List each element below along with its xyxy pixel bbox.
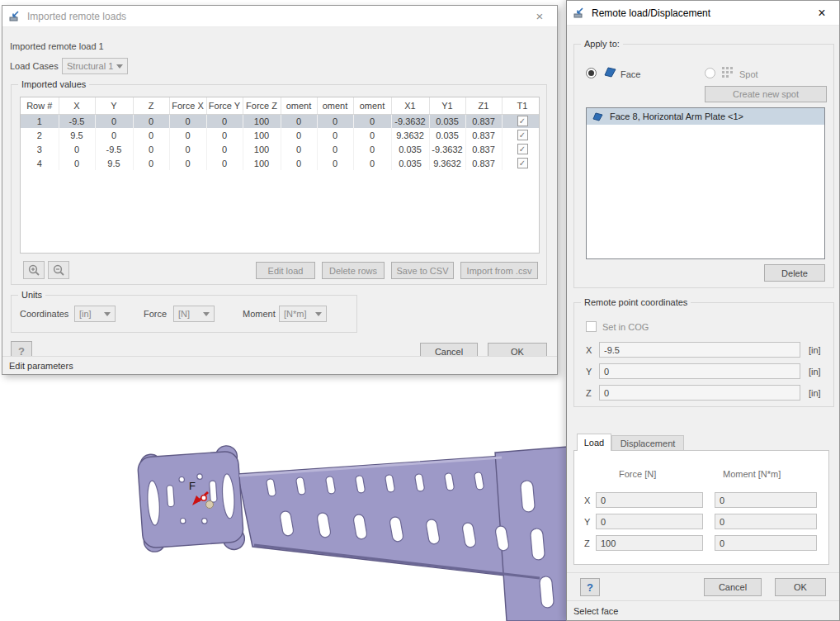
cell: 0.837 [465,128,502,142]
chevron-down-icon [203,312,210,320]
face-radio[interactable] [586,68,597,78]
cell: 0 [281,156,317,170]
import-from-csv-button[interactable]: Import from .csv [460,262,538,279]
help-button[interactable]: ? [580,578,600,596]
remote-point-coordinates-group: Remote point coordinates Set in COG X -9… [573,302,834,407]
cell: 0.035 [391,156,429,170]
y-coordinate-field[interactable]: 0 [599,363,800,379]
cell: 100 [243,142,281,156]
column-header[interactable]: oment [353,97,391,114]
cell: 0.837 [465,114,502,128]
list-item[interactable]: Face 8, Horizontal Arm Plate <1> [587,108,824,125]
tab-displacement[interactable]: Displacement [611,435,684,451]
load-name-label: Imported remote load 1 [10,41,104,51]
table-row[interactable]: 2 9.5 0 0 0 0 100 0 0 0 9.3632 0.035 0.8… [21,128,540,142]
table-header-row: Row # X Y Z Force X Force Y Force Z omen… [21,97,540,114]
zoom-in-icon [28,264,40,276]
set-in-cog-checkbox[interactable] [586,321,597,332]
cell: 0 [95,128,133,142]
cell: 0 [59,142,95,156]
face-icon [592,111,605,122]
row-checkbox[interactable]: ✓ [517,158,528,168]
cell: 1 [21,114,59,128]
column-header[interactable]: oment [281,97,317,114]
y-axis-label: Y [586,367,592,377]
zoom-out-button[interactable] [48,261,69,279]
cell: 0 [59,156,95,170]
column-header[interactable]: Z [133,97,169,114]
column-header[interactable]: oment [317,97,353,114]
column-header[interactable]: Row # [21,97,59,114]
cell: 0.035 [429,114,465,128]
column-header[interactable]: Z1 [465,97,502,114]
z-coordinate-field[interactable]: 0 [599,385,800,401]
column-header[interactable]: X1 [391,97,429,114]
force-unit-dropdown[interactable]: [N] [173,306,215,322]
spot-radio[interactable] [705,68,715,78]
cell: 0 [206,156,243,170]
column-header[interactable]: Force X [169,97,206,114]
cell: 9.5 [59,128,95,142]
table-row[interactable]: 3 0 -9.5 0 0 0 100 0 0 0 0.035 -9.3632 0… [21,142,540,156]
spot-radio-label: Spot [739,69,758,79]
column-header[interactable]: Y [95,97,133,114]
remote-load-icon [573,7,586,19]
cell: -9.5 [95,142,133,156]
cell: 9.3632 [391,128,429,142]
status-text: Select face [573,606,618,616]
moment-column-header: Moment [N*m] [723,469,781,479]
z-axis-label: Z [584,538,590,548]
chevron-down-icon [116,64,123,72]
column-header[interactable]: Force Y [206,97,243,114]
column-header[interactable]: Force Z [243,97,281,114]
x-coordinate-field[interactable]: -9.5 [599,342,800,358]
x-unit-label: [in] [809,345,821,355]
cell: 0 [317,142,353,156]
cell: 0 [169,128,206,142]
create-new-spot-button[interactable]: Create new spot [705,86,827,102]
row-checkbox[interactable]: ✓ [517,144,528,154]
face-selection-list: Face 8, Horizontal Arm Plate <1> [586,107,825,259]
close-icon[interactable]: × [811,4,833,22]
load-cases-dropdown[interactable]: Structural 1 [62,58,128,74]
remote-load-icon [9,10,21,22]
edit-load-button[interactable]: Edit load [256,262,315,279]
moment-z-field[interactable]: 0 [715,535,817,551]
face-item-label: Face 8, Horizontal Arm Plate <1> [610,111,743,121]
table-row[interactable]: 4 0 9.5 0 0 0 100 0 0 0 0.035 9.3632 0.8… [21,156,540,170]
apply-to-group: Apply to: Face Spot Create new spot Face… [573,44,834,288]
units-group: Units Coordinates [in] Force [N] Moment … [11,295,357,333]
column-header[interactable]: T1 [502,97,540,114]
column-header[interactable]: Y1 [429,97,465,114]
delete-rows-button[interactable]: Delete rows [322,262,385,279]
column-header[interactable]: X [59,97,95,114]
force-y-field[interactable]: 0 [596,514,703,529]
coordinates-unit-dropdown[interactable]: [in] [74,306,116,322]
close-icon[interactable]: × [529,7,550,26]
save-to-csv-button[interactable]: Save to CSV [391,262,454,279]
cell: 0 [353,142,391,156]
imported-loads-titlebar: Imported remote loads × [2,6,557,27]
force-x-field[interactable]: 0 [596,492,703,508]
table-row[interactable]: 1 -9.5 0 0 0 0 100 0 0 0 -9.3632 0.035 0… [21,114,540,128]
moment-y-field[interactable]: 0 [715,514,817,529]
imported-remote-loads-dialog: Imported remote loads × Imported remote … [2,5,558,375]
row-checkbox[interactable]: ✓ [517,130,528,140]
force-z-field[interactable]: 100 [596,535,703,551]
apply-to-group-label: Apply to: [581,39,623,49]
moment-x-field[interactable]: 0 [715,492,817,508]
face-radio-label: Face [621,69,640,79]
tab-load[interactable]: Load [577,434,611,451]
cancel-button[interactable]: Cancel [704,578,762,596]
moment-unit-dropdown[interactable]: [N*m] [279,306,327,322]
zoom-in-button[interactable] [23,261,45,279]
cell: 0 [133,156,169,170]
cell: 100 [243,156,281,170]
y-axis-label: Y [584,517,590,527]
delete-button[interactable]: Delete [764,264,825,282]
x-axis-label: X [586,345,592,355]
row-checkbox[interactable]: ✓ [517,116,528,126]
cell: 0 [317,156,353,170]
ok-button[interactable]: OK [775,578,826,596]
zoom-out-icon [53,264,64,276]
